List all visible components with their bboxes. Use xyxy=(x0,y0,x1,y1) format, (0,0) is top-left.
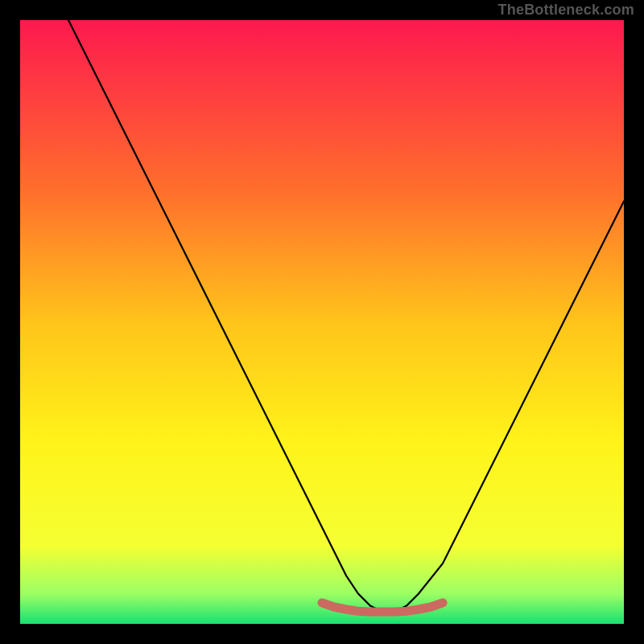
watermark-text: TheBottleneck.com xyxy=(498,2,634,19)
plot-area xyxy=(20,20,624,624)
chart-frame: TheBottleneck.com xyxy=(0,0,644,644)
chart-svg xyxy=(20,20,624,624)
background-gradient xyxy=(20,20,624,624)
